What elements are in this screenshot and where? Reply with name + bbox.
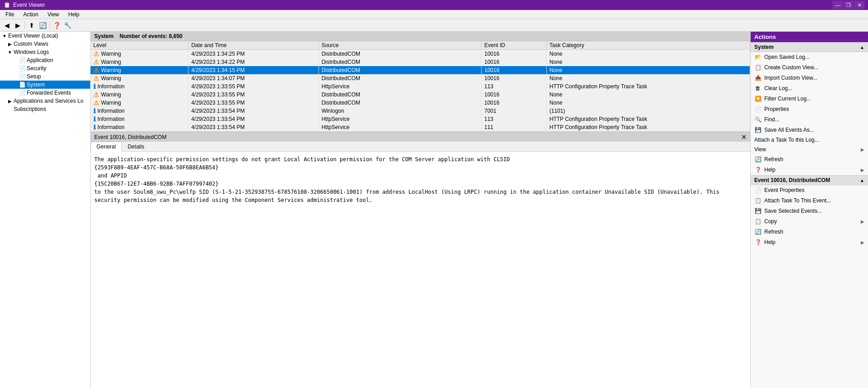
cell-source: HttpService [318,115,481,123]
table-row[interactable]: ⚠ Warning 4/29/2023 1:34:22 PM Distribut… [91,58,750,66]
warning-icon: ⚠ [93,67,99,74]
action-label: Clear Log... [764,85,792,91]
action-item-0-6[interactable]: 🔍Find... [751,115,868,125]
toolbar-up[interactable]: ⬆ [27,20,37,30]
action-item-0-8[interactable]: Attach a Task To this Log... [751,135,868,145]
cell-source: Winlogon [318,107,481,115]
col-category[interactable]: Task Category [546,41,750,50]
toolbar-back[interactable]: ◀ [2,20,12,30]
tree-security-label: Security [27,65,46,72]
tree-forwarded-events[interactable]: 📄 Forwarded Events [0,89,90,97]
action-item-0-0[interactable]: 📂Open Saved Log... [751,52,868,62]
action-item-0-10[interactable]: 🔄Refresh [751,154,868,165]
tree-security[interactable]: 📄 Security [0,64,90,72]
tree-setup[interactable]: 📄 Setup [0,72,90,81]
action-item-left: 📋Attach Task To This Event... [754,197,831,204]
action-item-0-3[interactable]: 🗑Clear Log... [751,83,868,94]
cell-category: None [546,50,750,58]
col-source[interactable]: Source [318,41,481,50]
section-label: Event 10016, DistributedCOM [754,177,830,183]
apps-expander: ▶ [7,99,13,104]
action-item-0-7[interactable]: 💾Save All Events As... [751,125,868,135]
tree-root-label: Event Viewer (Local) [8,33,58,39]
table-row[interactable]: ⚠ Warning 4/29/2023 1:33:55 PM Distribut… [91,99,750,107]
cell-eventid: 111 [482,123,547,131]
cell-level: ⚠ Warning [91,58,188,66]
action-item-0-5[interactable]: 📄Properties [751,104,868,115]
table-row[interactable]: ⚠ Warning 4/29/2023 1:34:07 PM Distribut… [91,74,750,82]
table-row[interactable]: ℹ Information 4/29/2023 1:33:55 PM HttpS… [91,82,750,91]
sub-expander [7,107,13,112]
action-label: Refresh [764,229,783,235]
action-item-left: 📂Open Saved Log... [754,53,810,61]
cell-level: ℹ Information [91,123,188,131]
action-item-1-1[interactable]: 📋Attach Task To This Event... [751,196,868,206]
toolbar-properties[interactable]: 🔧 [63,20,72,30]
section-collapse-icon: ▲ [860,45,864,50]
warning-icon: ⚠ [93,91,99,98]
table-row[interactable]: ⚠ Warning 4/29/2023 1:34:25 PM Distribut… [91,50,750,58]
cell-eventid: 10016 [482,91,547,99]
action-item-1-5[interactable]: ❓Help▶ [751,237,868,248]
action-item-0-9[interactable]: View▶ [751,145,868,154]
cell-eventid: 10016 [482,66,547,74]
table-row[interactable]: ⚠ Warning 4/29/2023 1:34:15 PM Distribut… [91,66,750,74]
table-row[interactable]: ℹ Information 4/29/2023 1:33:54 PM Winlo… [91,107,750,115]
menu-view[interactable]: View [44,10,63,19]
tree-custom-views[interactable]: ▶ Custom Views [0,40,90,48]
event-detail-header: Event 10016, DistributedCOM ✕ [91,133,750,142]
action-item-1-4[interactable]: 🔄Refresh [751,227,868,237]
action-item-0-4[interactable]: 🔽Filter Current Log... [751,94,868,104]
action-item-left: 📋Create Custom View... [754,64,818,71]
action-item-1-2[interactable]: 💾Save Selected Events... [751,206,868,216]
action-item-left: 🔍Find... [754,116,779,123]
tree-windows-logs[interactable]: ▼ Windows Logs [0,48,90,56]
cell-eventid: 10016 [482,50,547,58]
restore-button[interactable]: ❒ [844,1,854,9]
tree-system[interactable]: 📄 System [0,81,90,89]
cell-level: ⚠ Warning [91,66,188,74]
toolbar-separator [24,21,25,29]
event-detail-close-button[interactable]: ✕ [741,134,747,141]
col-level[interactable]: Level [91,41,188,50]
action-item-0-1[interactable]: 📋Create Custom View... [751,62,868,73]
menu-help[interactable]: Help [65,10,83,19]
action-item-left: 📋Copy [754,218,777,225]
section-label: System [754,44,774,50]
main-area: ▼ Event Viewer (Local) ▶ Custom Views ▼ … [0,32,868,388]
toolbar-help[interactable]: ❓ [52,20,62,30]
action-label: Import Custom View... [764,75,817,81]
cell-category: HTTP Configuration Property Trace Task [546,123,750,131]
action-label: View [754,146,766,153]
tree-apps-services[interactable]: ▶ Applications and Services Lo [0,97,90,105]
menu-action[interactable]: Action [19,10,42,19]
menubar: File Action View Help [0,10,868,19]
col-eventid[interactable]: Event ID [482,41,547,50]
tree-root[interactable]: ▼ Event Viewer (Local) [0,32,90,40]
titlebar: 📋 Event Viewer — ❒ ✕ [0,0,868,10]
tree-application[interactable]: 📄 Application [0,56,90,64]
table-row[interactable]: ℹ Information 4/29/2023 1:33:54 PM HttpS… [91,115,750,123]
tree-application-label: Application [27,57,53,63]
tree-subscriptions[interactable]: Subscriptions [0,105,90,113]
tab-details[interactable]: Details [122,142,150,152]
info-icon: ℹ [93,115,96,123]
toolbar-forward[interactable]: ▶ [13,20,23,30]
action-item-1-3[interactable]: 📋Copy▶ [751,216,868,227]
action-item-0-2[interactable]: 📥Import Custom View... [751,73,868,83]
action-item-1-0[interactable]: 📄Event Properties [751,185,868,196]
close-button[interactable]: ✕ [854,1,864,9]
cell-source: DistributedCOM [318,66,481,74]
menu-file[interactable]: File [2,10,18,19]
table-row[interactable]: ⚠ Warning 4/29/2023 1:33:55 PM Distribut… [91,91,750,99]
action-item-0-11[interactable]: ❓Help▶ [751,165,868,175]
cell-datetime: 4/29/2023 1:34:25 PM [188,50,319,58]
col-datetime[interactable]: Date and Time [188,41,319,50]
action-item-left: Attach a Task To this Log... [754,137,819,143]
warning-icon: ⚠ [93,75,99,82]
minimize-button[interactable]: — [833,1,843,9]
table-row[interactable]: ℹ Information 4/29/2023 1:33:54 PM HttpS… [91,123,750,131]
tab-general[interactable]: General [91,142,122,152]
toolbar-refresh[interactable]: 🔄 [38,20,48,30]
warning-icon: ⚠ [93,50,99,57]
